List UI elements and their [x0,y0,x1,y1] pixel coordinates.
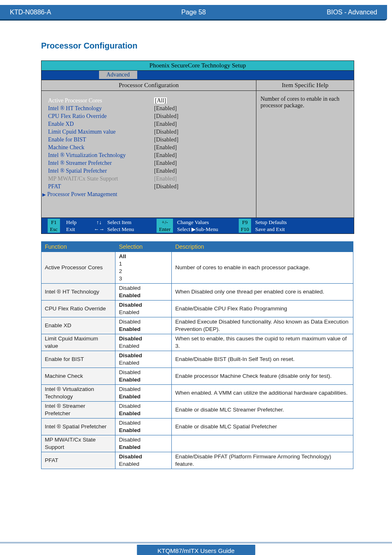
table-row: Limit Cpuid Maximum valueDisabledEnabled… [42,334,353,351]
key-f1: F1 [48,219,60,226]
selection-option: Enabled [119,427,168,434]
bios-item-value: [Disabled] [154,183,178,190]
bios-item-value: [Disabled] [154,112,178,120]
cell-selection: DisabledEnabled [115,284,172,301]
legend-help: Help [66,219,91,226]
bios-help-text: Number of cores to enable in each proces… [256,91,354,217]
bios-item[interactable]: Intel ® Virtualization Technology[Enable… [42,151,256,159]
bios-item-label: MP MWAIT/Cx State Support [42,175,154,183]
bios-item[interactable]: PFAT[Disabled] [42,183,256,190]
cell-description: Number of cores to enable in each proces… [172,252,353,284]
bios-item-value: [Enabled] [154,120,177,128]
table-row: MP MWAIT/Cx State SupportDisabledEnabled [42,435,353,452]
cell-selection: DisabledEnabled [115,301,172,317]
selection-option: Enabled [119,359,168,367]
bios-tabbar: Advanced [42,71,354,80]
cell-selection: All123 [115,252,172,284]
legend-save-exit: Save and Exit [255,226,285,233]
bios-item[interactable]: Intel ® HT Technology[Enabled] [42,104,256,112]
cell-description [172,435,353,452]
key-plusminus: +/- [157,219,173,226]
selection-option: Disabled [119,318,168,326]
cell-function: Enable for BIST [42,351,115,368]
bios-item-value: [Enabled] [154,167,177,175]
bios-item-value: [All] [154,97,167,104]
cell-function: Active Processor Cores [42,252,115,284]
selection-option: 1 [119,260,168,268]
bios-item-list: Active Processor Cores[All]Intel ® HT Te… [42,91,256,217]
selection-option: Enabled [119,326,168,333]
cell-description: Enable processor Machine Check feature (… [172,368,353,385]
bios-item[interactable]: MP MWAIT/Cx State Support[Enabled] [42,175,256,183]
table-row: Intel ® Streamer PrefetcherDisabledEnabl… [42,402,353,419]
cell-function: Enable XD [42,317,115,334]
bios-item[interactable]: Machine Check[Enabled] [42,143,256,151]
cell-function: MP MWAIT/Cx State Support [42,435,115,452]
bios-panel-title-left: Processor Configuration [42,80,256,90]
bios-item-label: CPU Flex Ratio Override [42,112,154,120]
bios-item[interactable]: Intel ® Streamer Prefetcher[Enabled] [42,159,256,167]
bios-item[interactable]: Limit Cpuid Maximum value[Disabled] [42,128,256,136]
bios-item-label: Machine Check [42,143,154,151]
bios-panel-title-right: Item Specific Help [256,80,354,90]
cell-selection: DisabledEnabled [115,435,172,452]
cell-function: Intel ® HT Technology [42,284,115,301]
bios-item-label: Enable for BIST [42,136,154,143]
legend-setup-defaults: Setup Defaults [255,219,287,226]
bios-item[interactable]: CPU Flex Ratio Override[Disabled] [42,112,256,120]
col-description: Description [172,242,353,252]
table-row: Intel ® Spatial PrefetcherDisabledEnable… [42,419,353,435]
bios-item[interactable]: Enable XD[Enabled] [42,120,256,128]
cell-description: Enabled Execute Disabled functionality. … [172,317,353,334]
cell-selection: DisabledEnabled [115,317,172,334]
key-f10: F10 [239,226,251,233]
bios-item-label: Processor Power Management [42,190,154,199]
bios-screenshot: Phoenix SecureCore Technology Setup Adva… [41,60,354,234]
cell-description: Enable/Disable CPU Flex Ratio Programmin… [172,301,353,317]
selection-option: Disabled [119,352,168,359]
bios-item-value: [Enabled] [154,159,177,167]
bios-item-value: [Enabled] [154,143,177,151]
key-esc: Esc [48,226,60,233]
footer-title: KTQM87/mITX Users Guide [137,545,255,555]
table-row: Enable for BISTDisabledEnabledEnable/Dis… [42,351,353,368]
selection-option: Disabled [119,453,168,460]
cell-description: When enabled. A VMM can utilize the addi… [172,385,353,402]
cell-selection: DisabledEnabled [115,419,172,435]
cell-description: Enable/Disable BIST (Built-In Self Test)… [172,351,353,368]
selection-option: Enabled [119,376,168,384]
cell-function: PFAT [42,452,115,469]
cell-selection: DisabledEnabled [115,334,172,351]
selection-option: Disabled [119,301,168,309]
bios-item-label: Intel ® HT Technology [42,104,154,112]
table-row: PFATDisabledEnabledEnable/Disable PFAT (… [42,452,353,469]
selection-option: Enabled [119,292,168,299]
selection-option: Disabled [119,335,168,342]
table-row: Active Processor CoresAll123Number of co… [42,252,353,284]
cell-function: Intel ® Spatial Prefetcher [42,419,115,435]
cell-selection: DisabledEnabled [115,351,172,368]
cell-selection: DisabledEnabled [115,368,172,385]
bios-item[interactable]: Intel ® Spatial Prefetcher[Enabled] [42,167,256,175]
arrows-updown-icon: ↑↓ [91,219,107,226]
section-title: Processor Configuration [41,41,359,51]
bios-key-legend: F1 Help ↑↓ Select Item +/- Change Values… [42,217,354,234]
bios-item[interactable]: Active Processor Cores[All] [42,97,256,104]
selection-option: Disabled [119,419,168,427]
selection-option: Enabled [119,309,168,316]
bios-item-label: PFAT [42,183,154,190]
cell-selection: DisabledEnabled [115,452,172,469]
key-f9: F9 [239,219,251,226]
table-row: Machine CheckDisabledEnabledEnable proce… [42,368,353,385]
bios-tab-advanced[interactable]: Advanced [99,71,137,79]
page-footer: KTQM87/mITX Users Guide [0,542,392,555]
cell-description: When set to enable, this causes the cupi… [172,334,353,351]
bios-item-value: [Disabled] [154,136,178,143]
bios-item-value: [Enabled] [154,104,177,112]
cell-function: Intel ® Virtualization Technology [42,385,115,402]
bios-item-value: [Enabled] [154,175,177,183]
cell-function: Machine Check [42,368,115,385]
bios-item[interactable]: Processor Power Management [42,190,256,199]
bios-item[interactable]: Enable for BIST[Disabled] [42,136,256,143]
bios-item-label: Intel ® Virtualization Technology [42,151,154,159]
